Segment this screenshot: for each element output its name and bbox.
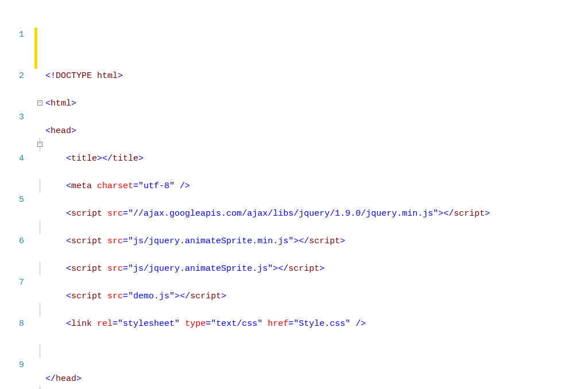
- code-line[interactable]: <meta charset="utf-8" />: [45, 180, 588, 193]
- code-line[interactable]: <link rel="stylesheet" type="text/css" h…: [45, 317, 588, 331]
- line-number-gutter: 1 2 3 4 5 6 7 8 9 10 11 12 13 14 15 16 1…: [0, 0, 34, 389]
- code-line[interactable]: [45, 14, 588, 28]
- code-line[interactable]: <head>: [45, 125, 588, 138]
- code-line[interactable]: <html>: [45, 97, 588, 111]
- code-line[interactable]: <script src="js/jquery.animateSprite.js"…: [45, 262, 588, 276]
- fold-toggle-icon[interactable]: −: [37, 100, 42, 106]
- code-line[interactable]: [45, 42, 588, 56]
- line-number: 9: [0, 359, 24, 372]
- code-line[interactable]: [45, 345, 588, 359]
- line-number: 1: [0, 28, 24, 42]
- code-line[interactable]: <script src="demo.js"></script>: [45, 290, 588, 304]
- code-line[interactable]: </head>: [45, 372, 588, 386]
- line-number: 8: [0, 317, 24, 331]
- code-line[interactable]: <script src="js/jquery.animateSprite.min…: [45, 235, 588, 248]
- fold-gutter: − − − − −: [37, 0, 45, 389]
- code-line[interactable]: <script src="//ajax.googleapis.com/ajax/…: [45, 207, 588, 221]
- line-number: 4: [0, 152, 24, 166]
- code-line[interactable]: <title></title>: [45, 152, 588, 166]
- line-number: 2: [0, 69, 24, 83]
- line-number: 3: [0, 111, 24, 125]
- line-number: 5: [0, 193, 24, 207]
- line-number: 7: [0, 276, 24, 290]
- code-editor[interactable]: <!DOCTYPE html> <html> <head> <title></t…: [45, 0, 588, 389]
- line-number: 6: [0, 235, 24, 248]
- fold-toggle-icon[interactable]: −: [37, 142, 42, 147]
- code-line[interactable]: <!DOCTYPE html>: [45, 69, 588, 83]
